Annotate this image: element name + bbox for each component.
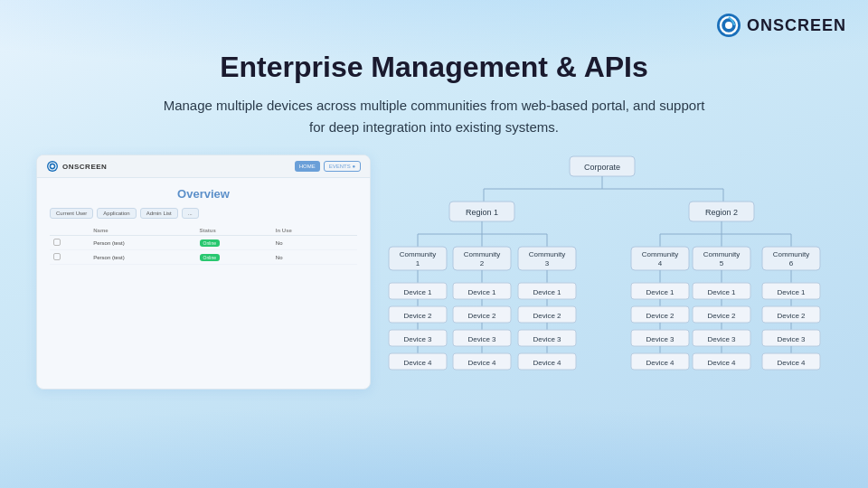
- filter-admin-list[interactable]: Admin List: [140, 208, 178, 219]
- svg-text:Device 1: Device 1: [403, 288, 432, 296]
- svg-text:Community: Community: [703, 250, 740, 258]
- table-row: Person (test) Online No: [50, 236, 357, 250]
- logo: ONSCREEN: [716, 13, 846, 38]
- row-inuse: No: [272, 236, 337, 250]
- row-status: Online: [196, 250, 272, 265]
- portal-home-btn[interactable]: HOME: [295, 161, 320, 172]
- svg-text:Community: Community: [400, 250, 436, 258]
- portal-logo-text: ONSCREEN: [62, 163, 107, 171]
- checkbox[interactable]: [53, 239, 61, 246]
- svg-text:Device 1: Device 1: [646, 288, 675, 296]
- svg-text:Device 2: Device 2: [403, 312, 432, 320]
- svg-text:Device 2: Device 2: [646, 312, 675, 320]
- svg-text:Device 2: Device 2: [533, 312, 561, 320]
- filter-current-user[interactable]: Current User: [50, 208, 93, 219]
- portal-events-btn[interactable]: EVENTS ●: [324, 161, 361, 172]
- row-action: [337, 250, 357, 265]
- portal-logo: ONSCREEN: [46, 160, 107, 173]
- page-subtitle: Manage multiple devices across multiple …: [164, 95, 705, 138]
- row-inuse: No: [272, 250, 337, 265]
- svg-text:Device 3: Device 3: [533, 335, 561, 343]
- col-extra: [337, 226, 357, 236]
- portal-overview-title: Overview: [50, 187, 357, 201]
- svg-text:Device 4: Device 4: [646, 359, 675, 367]
- svg-text:Device 2: Device 2: [777, 312, 806, 320]
- page-content: ONSCREEN Enterprise Management & APIs Ma…: [0, 0, 868, 488]
- svg-text:6: 6: [789, 259, 794, 267]
- row-name: Person (test): [90, 236, 195, 250]
- main-area: ONSCREEN HOME EVENTS ● Overview Current …: [36, 155, 832, 403]
- svg-point-5: [51, 164, 54, 168]
- svg-text:2: 2: [480, 259, 485, 267]
- svg-text:Community: Community: [642, 250, 678, 258]
- filter-application[interactable]: Application: [97, 208, 136, 219]
- svg-text:Device 3: Device 3: [467, 335, 496, 343]
- svg-text:Device 4: Device 4: [403, 359, 432, 367]
- org-chart-panel: Corporate Region 1 Region 2: [380, 155, 832, 403]
- org-chart-svg: Corporate Region 1 Region 2: [384, 155, 827, 403]
- row-check: [50, 236, 90, 250]
- svg-text:Device 2: Device 2: [707, 312, 736, 320]
- page-title: Enterprise Management & APIs: [220, 51, 648, 84]
- portal-table: Name Status In Use Person (test) Online …: [50, 226, 357, 265]
- svg-text:Community: Community: [464, 250, 500, 258]
- row-name: Person (test): [90, 250, 195, 265]
- checkbox[interactable]: [53, 253, 61, 260]
- svg-text:Device 3: Device 3: [646, 335, 675, 343]
- col-check: [50, 226, 90, 236]
- svg-text:Device 1: Device 1: [467, 288, 496, 296]
- portal-body: Overview Current User Application Admin …: [37, 178, 370, 274]
- svg-text:Device 1: Device 1: [533, 288, 561, 296]
- svg-text:Device 2: Device 2: [467, 312, 496, 320]
- status-badge: Online: [200, 239, 220, 247]
- col-inuse: In Use: [272, 226, 337, 236]
- svg-text:5: 5: [720, 259, 724, 267]
- col-name: Name: [90, 226, 195, 236]
- portal-filter-row: Current User Application Admin List ...: [50, 208, 357, 219]
- svg-text:Region 2: Region 2: [705, 208, 738, 217]
- portal-header: ONSCREEN HOME EVENTS ●: [37, 155, 370, 178]
- portal-nav: HOME EVENTS ●: [295, 161, 361, 172]
- svg-text:Device 4: Device 4: [467, 359, 496, 367]
- svg-text:3: 3: [545, 259, 550, 267]
- logo-icon: [716, 13, 741, 38]
- svg-text:Community: Community: [773, 250, 809, 258]
- svg-text:Device 1: Device 1: [707, 288, 736, 296]
- svg-text:Corporate: Corporate: [584, 163, 620, 172]
- portal-logo-icon: [46, 160, 59, 173]
- row-check: [50, 250, 90, 265]
- status-badge: Online: [200, 254, 220, 261]
- svg-point-2: [725, 22, 732, 29]
- svg-text:Device 3: Device 3: [777, 335, 806, 343]
- svg-text:Device 3: Device 3: [403, 335, 432, 343]
- table-row: Person (test) Online No: [50, 250, 357, 265]
- svg-text:Device 3: Device 3: [707, 335, 736, 343]
- filter-more[interactable]: ...: [182, 208, 199, 219]
- svg-text:Device 1: Device 1: [777, 288, 806, 296]
- portal-panel: ONSCREEN HOME EVENTS ● Overview Current …: [36, 155, 371, 389]
- row-status: Online: [196, 236, 272, 250]
- svg-text:1: 1: [416, 259, 420, 267]
- logo-text: ONSCREEN: [747, 16, 846, 35]
- row-action: [337, 236, 357, 250]
- svg-text:4: 4: [658, 259, 663, 267]
- svg-text:Device 4: Device 4: [533, 359, 561, 367]
- svg-text:Device 4: Device 4: [707, 359, 736, 367]
- col-status: Status: [196, 226, 272, 236]
- svg-text:Region 1: Region 1: [466, 208, 498, 217]
- svg-text:Device 4: Device 4: [777, 359, 806, 367]
- svg-text:Community: Community: [529, 250, 565, 258]
